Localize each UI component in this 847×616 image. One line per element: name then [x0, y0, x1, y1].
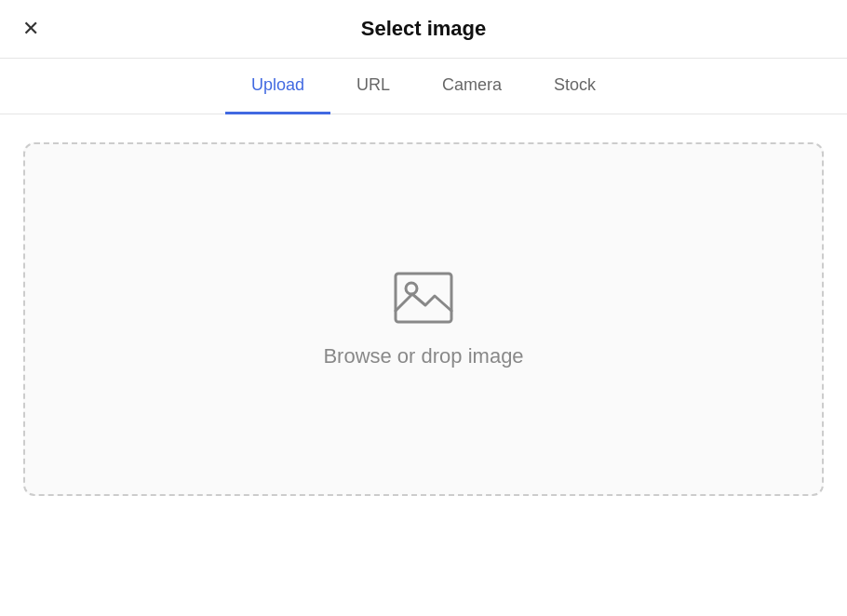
- dialog-header: ✕ Select image: [0, 0, 847, 59]
- image-placeholder-icon: [392, 270, 455, 326]
- svg-rect-0: [396, 274, 451, 322]
- tab-camera[interactable]: Camera: [416, 59, 528, 114]
- drop-zone[interactable]: Browse or drop image: [23, 142, 824, 496]
- drop-zone-text: Browse or drop image: [323, 344, 523, 368]
- close-icon: ✕: [22, 19, 39, 39]
- svg-point-1: [406, 283, 417, 294]
- close-button[interactable]: ✕: [19, 15, 43, 43]
- main-content: Browse or drop image: [0, 114, 847, 616]
- dialog-title: Select image: [361, 17, 487, 41]
- tab-upload[interactable]: Upload: [225, 59, 330, 114]
- tabs-bar: Upload URL Camera Stock: [0, 59, 847, 114]
- tab-url[interactable]: URL: [330, 59, 416, 114]
- tab-stock[interactable]: Stock: [528, 59, 622, 114]
